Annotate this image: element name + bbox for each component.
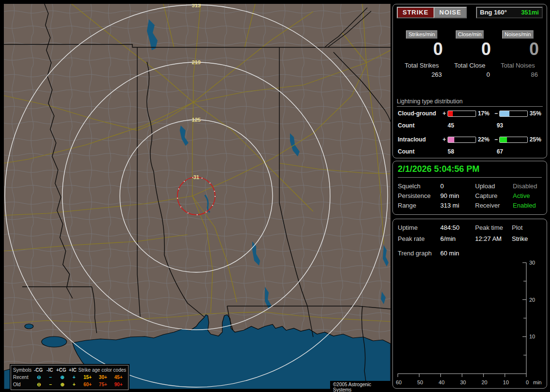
old-neg-ic-icon: − (45, 382, 57, 387)
radar-map[interactable]: 31 125 219 313 Symbols -CG -IC +CG +IC S… (4, 4, 391, 389)
svg-text:10: 10 (503, 379, 509, 385)
ic-minus-pct: 25% (528, 136, 545, 143)
svg-text:30: 30 (529, 260, 535, 266)
ic-plus-pct: 22% (476, 136, 493, 143)
ic-plus-count: 58 (447, 148, 495, 155)
datetime-display: 2/1/2026 5:04:56 PM (398, 164, 542, 178)
cg-minus-pct: 35% (528, 110, 545, 117)
recent-pos-ic-icon: + (68, 375, 80, 380)
distribution-title: Lightning type distribution (397, 98, 543, 107)
svg-text:10: 10 (529, 334, 535, 339)
intracloud-count-row: Count 58 67 (398, 148, 545, 155)
legend-age-header: Strike age color codes (78, 367, 126, 373)
close-column: Close/min 0 Total Close 0 (446, 30, 493, 78)
total-strikes-value: 263 (398, 71, 446, 78)
age-code-30: 30+ (95, 375, 111, 380)
svg-text:0: 0 (526, 379, 529, 385)
legend-old-row: Old ⊖ − ⊕ + 60+ 75+ 90+ (13, 381, 126, 388)
plus-sign: + (441, 136, 448, 143)
bearing-readout: Bng 160°351mi (476, 7, 543, 18)
legend-pcg-header: +CG (56, 367, 67, 373)
svg-text:20: 20 (481, 379, 487, 385)
count-label: Count (398, 122, 440, 129)
map-legend: Symbols -CG -IC +CG +IC Strike age color… (11, 365, 129, 390)
legend-recent-row: Recent ⊖ − ⊕ + 15+ 30+ 45+ (13, 374, 126, 381)
uptime-value: 484:50 (440, 224, 460, 231)
cg-plus-pct: 17% (476, 110, 493, 117)
legend-pic-header: +IC (67, 367, 78, 373)
svg-text:40: 40 (439, 379, 445, 385)
map-canvas: 31 125 219 313 (4, 4, 391, 389)
nexstorm-window: 31 125 219 313 Symbols -CG -IC +CG +IC S… (0, 0, 550, 392)
ic-minus-count: 67 (496, 148, 545, 155)
svg-text:min: min (533, 379, 542, 385)
persistence-label: Persistence (398, 192, 431, 199)
range-label: Range (398, 202, 416, 209)
peak-rate-label: Peak rate (398, 235, 425, 242)
ic-minus-bar (499, 137, 527, 143)
ring-label-219: 219 (192, 59, 201, 65)
cloud-ground-count-row: Count 45 93 (398, 122, 545, 129)
peak-rate-value: 6/min (440, 235, 456, 242)
trend-graph-label: Trend graph (398, 250, 432, 257)
squelch-value: 0 (440, 182, 444, 190)
strike-mode-button[interactable]: STRIKE (397, 7, 434, 18)
plot-value: Strike (512, 235, 528, 242)
recent-neg-ic-icon: − (45, 375, 57, 380)
copyright-label: ©2005 Astrogenic Systems (330, 381, 391, 392)
legend-recent-label: Recent (13, 375, 33, 380)
close-per-min-value: 0 (446, 40, 493, 59)
ring-label-31: 31 (193, 174, 199, 180)
legend-header-row: Symbols -CG -IC +CG +IC Strike age color… (13, 366, 126, 374)
cloud-ground-label: Cloud-ground (398, 110, 441, 117)
persistence-value: 90 min (440, 192, 459, 199)
svg-text:60: 60 (396, 379, 402, 385)
legend-ncg-header: -CG (33, 367, 44, 373)
old-pos-ic-icon: + (68, 382, 80, 387)
age-code-15: 15+ (80, 375, 95, 380)
strikes-per-min-value: 0 (398, 40, 446, 59)
old-pos-cg-icon: ⊕ (57, 382, 68, 387)
total-strikes-label: Total Strikes (398, 62, 446, 69)
uptime-label: Uptime (398, 224, 418, 231)
close-per-min-button[interactable]: Close/min (456, 30, 484, 39)
counters-panel: STRIKE NOISE Bng 160°351mi Strikes/min 0… (392, 4, 547, 158)
cloud-ground-row: Cloud-ground + 17% − 35% (398, 110, 545, 117)
cg-plus-bar (448, 111, 476, 117)
upload-label: Upload (475, 182, 495, 190)
intracloud-row: Intracloud + 22% − 25% (398, 136, 545, 143)
rate-counters: Strikes/min 0 Total Strikes 263 Close/mi… (398, 30, 542, 78)
legend-nic-header: -IC (44, 367, 56, 373)
cg-minus-bar (499, 111, 527, 117)
noises-per-min-button[interactable]: Noises/min (502, 30, 533, 39)
ring-label-125: 125 (192, 117, 201, 123)
age-code-60: 60+ (80, 382, 95, 387)
peak-time-value: 12:27 AM (475, 235, 502, 242)
plot-label: Plot (512, 224, 522, 231)
recent-pos-cg-icon: ⊕ (57, 375, 68, 380)
intracloud-label: Intracloud (398, 136, 441, 143)
total-close-label: Total Close (446, 62, 493, 69)
legend-old-label: Old (13, 382, 33, 387)
capture-status: Active (513, 192, 530, 199)
upload-status: Disabled (513, 182, 537, 190)
plus-sign: + (441, 110, 448, 117)
svg-text:50: 50 (417, 379, 423, 385)
legend-symbols-header: Symbols (13, 367, 33, 373)
noise-mode-button[interactable]: NOISE (434, 7, 467, 18)
svg-text:30: 30 (460, 379, 466, 385)
noises-per-min-value: 0 (494, 40, 542, 59)
receiver-label: Receiver (475, 202, 500, 209)
bearing-label: Bng 160° (480, 9, 507, 16)
total-close-value: 0 (446, 71, 493, 78)
strikes-per-min-button[interactable]: Strikes/min (406, 30, 437, 39)
bearing-range: 351mi (521, 9, 539, 16)
minus-sign: − (493, 136, 500, 143)
trend-graph-chart: 6050403020100min102030 (393, 257, 546, 387)
svg-text:20: 20 (529, 297, 535, 303)
total-noises-label: Total Noises (494, 62, 542, 69)
trend-window-value: 60 min (440, 250, 459, 257)
strikes-column: Strikes/min 0 Total Strikes 263 (398, 30, 446, 78)
age-code-45: 45+ (111, 375, 126, 380)
old-neg-cg-icon: ⊖ (33, 382, 44, 387)
